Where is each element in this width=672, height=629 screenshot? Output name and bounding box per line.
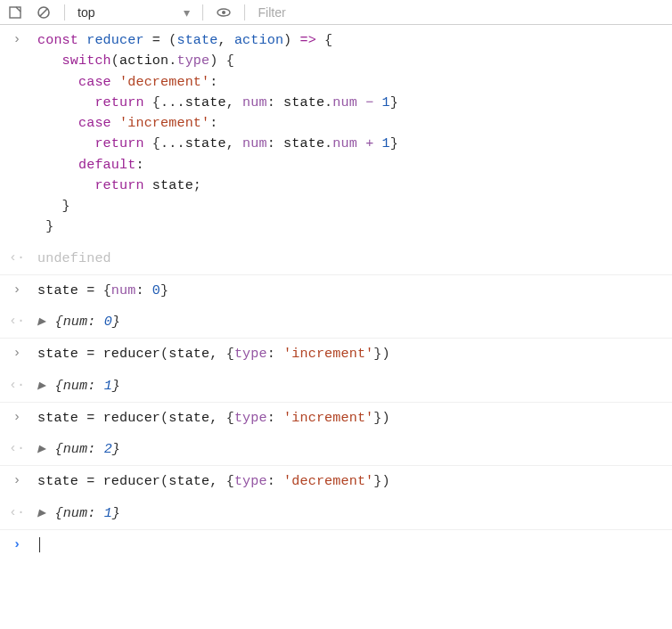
output-object[interactable]: ▶ {num: 1} bbox=[37, 503, 665, 524]
console-output-row: ‹· ▶ {num: 2} bbox=[0, 434, 672, 466]
input-chevron-icon: › bbox=[12, 282, 20, 298]
code-line[interactable]: state = {num: 0} bbox=[37, 281, 665, 301]
console-input-row: › const reducer = (state, action) => { s… bbox=[0, 25, 672, 243]
console-prompt-row[interactable]: › bbox=[0, 530, 672, 561]
output-object[interactable]: ▶ {num: 2} bbox=[37, 439, 665, 460]
code-line[interactable]: state = reducer(state, {type: 'decrement… bbox=[37, 471, 665, 492]
context-label: top bbox=[78, 5, 94, 20]
console-toolbar: top ▾ Filter bbox=[0, 0, 672, 25]
toolbar-separator bbox=[202, 4, 203, 20]
clear-console-icon[interactable] bbox=[7, 4, 23, 20]
disclosure-triangle-icon[interactable]: ▶ bbox=[37, 314, 45, 330]
console-input-row: › state = reducer(state, {type: 'increme… bbox=[0, 339, 672, 370]
input-chevron-icon: › bbox=[12, 346, 20, 361]
svg-point-4 bbox=[222, 11, 225, 14]
eye-icon[interactable] bbox=[216, 4, 232, 20]
code-block[interactable]: const reducer = (state, action) => { swi… bbox=[37, 30, 665, 238]
toolbar-separator bbox=[64, 4, 65, 20]
console-output-row: ‹· ▶ {num: 1} bbox=[0, 498, 672, 530]
disclosure-triangle-icon[interactable]: ▶ bbox=[37, 379, 45, 394]
svg-rect-0 bbox=[10, 7, 20, 18]
console-log: › const reducer = (state, action) => { s… bbox=[0, 25, 672, 568]
console-output-row: ‹· ▶ {num: 0} bbox=[0, 306, 672, 339]
input-chevron-icon: › bbox=[12, 473, 20, 488]
block-icon[interactable] bbox=[36, 4, 52, 20]
disclosure-triangle-icon[interactable]: ▶ bbox=[37, 506, 45, 521]
prompt-chevron-icon: › bbox=[12, 537, 20, 552]
svg-line-2 bbox=[40, 8, 47, 15]
output-chevron-icon: ‹· bbox=[9, 250, 25, 265]
code-line[interactable]: state = reducer(state, {type: 'increment… bbox=[37, 408, 665, 429]
output-chevron-icon: ‹· bbox=[9, 441, 25, 456]
context-dropdown[interactable]: top ▾ bbox=[78, 5, 190, 20]
console-input-row: › state = reducer(state, {type: 'increme… bbox=[0, 403, 672, 434]
output-chevron-icon: ‹· bbox=[9, 505, 25, 520]
filter-input[interactable]: Filter bbox=[258, 5, 285, 20]
toolbar-separator bbox=[244, 4, 245, 20]
console-input-row: › state = reducer(state, {type: 'decreme… bbox=[0, 466, 672, 497]
console-input[interactable] bbox=[37, 535, 665, 556]
code-line[interactable]: state = reducer(state, {type: 'increment… bbox=[37, 344, 665, 364]
disclosure-triangle-icon[interactable]: ▶ bbox=[37, 442, 45, 457]
output-value[interactable]: undefined bbox=[37, 249, 665, 269]
console-output-row: ‹· undefined bbox=[0, 243, 672, 275]
output-chevron-icon: ‹· bbox=[9, 314, 25, 329]
chevron-down-icon: ▾ bbox=[184, 5, 190, 20]
output-object[interactable]: ▶ {num: 1} bbox=[37, 376, 665, 396]
output-chevron-icon: ‹· bbox=[9, 378, 25, 393]
cursor bbox=[39, 537, 40, 552]
input-chevron-icon: › bbox=[12, 410, 20, 425]
output-object[interactable]: ▶ {num: 0} bbox=[37, 312, 665, 332]
console-input-row: › state = {num: 0} bbox=[0, 275, 672, 306]
console-output-row: ‹· ▶ {num: 1} bbox=[0, 371, 672, 403]
input-chevron-icon: › bbox=[12, 32, 20, 47]
